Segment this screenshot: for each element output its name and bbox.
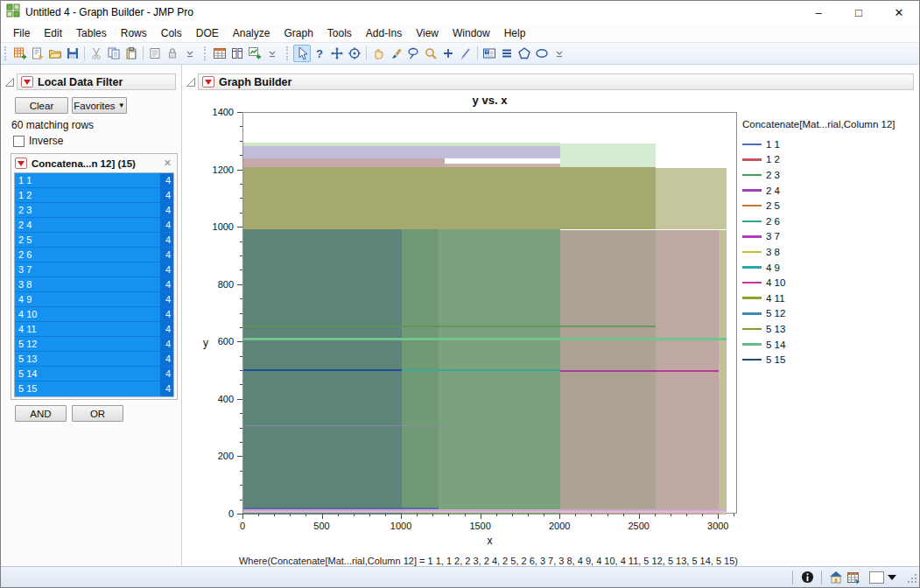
- filter-value-row[interactable]: 4 94: [15, 292, 173, 307]
- filter-value-row[interactable]: 4 114: [15, 322, 173, 337]
- menu-doe[interactable]: DOE: [189, 24, 226, 42]
- plus-icon[interactable]: [439, 45, 457, 62]
- close-button[interactable]: ✕: [879, 1, 919, 24]
- local-data-filter-header[interactable]: Local Data Filter: [17, 74, 176, 90]
- legend-item[interactable]: 5 14: [742, 337, 917, 353]
- filter-value-row[interactable]: 2 64: [15, 248, 173, 262]
- arrow-tool-icon[interactable]: [293, 45, 311, 62]
- filter-value-row[interactable]: 2 34: [15, 203, 173, 218]
- legend-item[interactable]: 4 11: [742, 290, 917, 306]
- menu-analyze[interactable]: Analyze: [226, 24, 277, 42]
- legend-line-swatch-icon: [742, 205, 762, 207]
- legend-item[interactable]: 5 12: [742, 306, 917, 322]
- filter-value-row[interactable]: 1 24: [15, 188, 173, 203]
- filter-value-row[interactable]: 2 54: [15, 233, 173, 248]
- menu-graph[interactable]: Graph: [277, 24, 320, 42]
- filter-value-row[interactable]: 3 74: [15, 262, 173, 277]
- menu-rows[interactable]: Rows: [114, 24, 154, 42]
- target-icon[interactable]: [346, 45, 363, 62]
- help-icon[interactable]: ?: [311, 45, 328, 62]
- legend-item[interactable]: 3 8: [742, 244, 917, 260]
- legend-item[interactable]: 5 13: [742, 321, 917, 337]
- or-button[interactable]: OR: [72, 405, 123, 422]
- menu-tables[interactable]: Tables: [69, 24, 114, 42]
- menu-window[interactable]: Window: [446, 24, 497, 42]
- graph-builder-header[interactable]: Graph Builder: [198, 74, 914, 90]
- journal-page-icon[interactable]: [146, 45, 164, 62]
- minimize-button[interactable]: –: [798, 1, 839, 24]
- x-tick-label: 500: [296, 521, 348, 531]
- new-journal-icon[interactable]: [29, 45, 46, 62]
- plot-area[interactable]: [242, 112, 737, 514]
- filter-value-row[interactable]: 1 14: [15, 173, 173, 188]
- legend-item[interactable]: 5 15: [742, 352, 917, 368]
- copy-icon[interactable]: [105, 45, 123, 62]
- filter-value-row[interactable]: 3 84: [15, 277, 173, 292]
- and-button[interactable]: AND: [15, 405, 67, 422]
- polygon-icon[interactable]: [516, 45, 533, 62]
- legend-item[interactable]: 2 5: [742, 198, 917, 214]
- filter-value-row[interactable]: 2 44: [15, 218, 173, 233]
- overflow-icon[interactable]: [181, 45, 199, 62]
- lock-icon[interactable]: [164, 45, 181, 62]
- lines-icon[interactable]: [498, 45, 516, 62]
- filter-value-row[interactable]: 5 144: [15, 367, 173, 382]
- chart-area-block: [656, 230, 719, 514]
- collapse-triangle-icon[interactable]: [186, 77, 196, 88]
- brush-icon[interactable]: [387, 45, 404, 62]
- move-icon[interactable]: [328, 45, 346, 62]
- graph-add-icon[interactable]: [246, 45, 263, 62]
- filter-value-row[interactable]: 4 104: [15, 307, 173, 322]
- magnifier-icon[interactable]: [422, 45, 439, 62]
- menu-tools[interactable]: Tools: [320, 24, 359, 42]
- paste-icon[interactable]: [123, 45, 140, 62]
- legend-item[interactable]: 1 1: [742, 136, 917, 152]
- legend-item[interactable]: 3 7: [742, 229, 917, 245]
- save-icon[interactable]: [64, 45, 81, 62]
- legend-item[interactable]: 1 2: [742, 152, 917, 168]
- filter-value-row[interactable]: 5 124: [15, 337, 173, 352]
- filter-red-menu-icon[interactable]: [15, 158, 27, 169]
- clear-button[interactable]: Clear: [15, 97, 68, 114]
- legend-item[interactable]: 2 4: [742, 183, 917, 199]
- filter-value-row[interactable]: 5 134: [15, 352, 173, 367]
- selection-box[interactable]: [869, 571, 884, 584]
- ellipse-icon[interactable]: [533, 45, 551, 62]
- resize-grip[interactable]: [905, 571, 917, 584]
- filter-value-row[interactable]: 5 154: [15, 382, 173, 396]
- overflow-icon[interactable]: [263, 45, 281, 62]
- menu-file[interactable]: File: [6, 24, 37, 42]
- columns-icon[interactable]: [228, 45, 246, 62]
- open-icon[interactable]: [46, 45, 64, 62]
- collapse-triangle-icon[interactable]: [4, 77, 15, 88]
- legend-item[interactable]: 4 9: [742, 260, 917, 276]
- red-menu-icon[interactable]: [202, 76, 214, 88]
- pencil-icon[interactable]: [457, 45, 474, 62]
- filter-close-icon[interactable]: ✕: [162, 158, 173, 169]
- home-icon[interactable]: [827, 570, 845, 585]
- dropdown-caret-icon[interactable]: [888, 575, 896, 580]
- data-table-icon[interactable]: [211, 45, 228, 62]
- new-data-table-icon[interactable]: [11, 45, 29, 62]
- menu-view[interactable]: View: [409, 24, 446, 42]
- overflow-icon[interactable]: [551, 45, 568, 62]
- maximize-button[interactable]: □: [839, 1, 879, 24]
- menu-edit[interactable]: Edit: [37, 24, 69, 42]
- hand-icon[interactable]: [369, 45, 387, 62]
- legend-item[interactable]: 2 6: [742, 214, 917, 229]
- lasso-icon[interactable]: [404, 45, 422, 62]
- cut-icon[interactable]: [88, 45, 105, 62]
- data-table-icon[interactable]: [845, 570, 862, 585]
- chart-area-block: [243, 143, 560, 147]
- menu-cols[interactable]: Cols: [154, 24, 189, 42]
- inverse-checkbox[interactable]: [13, 136, 25, 147]
- red-menu-icon[interactable]: [21, 76, 33, 88]
- menu-help[interactable]: Help: [497, 24, 533, 42]
- info-icon[interactable]: [798, 570, 816, 585]
- menu-addins[interactable]: Add-Ins: [359, 24, 409, 42]
- favorites-button[interactable]: Favorites ▼: [72, 97, 127, 114]
- legend-item[interactable]: 4 10: [742, 275, 917, 290]
- textbox-icon[interactable]: T: [481, 45, 498, 62]
- jmp-app-icon: [6, 4, 20, 21]
- legend-item[interactable]: 2 3: [742, 167, 917, 183]
